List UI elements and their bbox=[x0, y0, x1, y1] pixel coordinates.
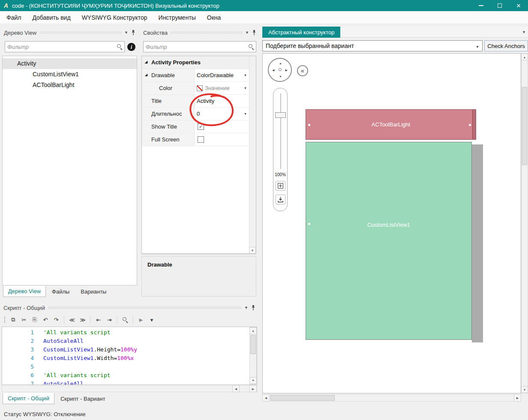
zoom-slider-track[interactable] bbox=[280, 93, 281, 169]
scroll-right-icon[interactable]: ▶ bbox=[514, 394, 521, 402]
code-text[interactable]: 'All variants script bbox=[34, 328, 111, 337]
minimize-button[interactable] bbox=[471, 0, 490, 11]
tab[interactable]: Скрипт - Общий bbox=[3, 393, 54, 404]
dropdown-arrow-icon[interactable]: ▼ bbox=[244, 74, 247, 77]
tree-item[interactable]: ACToolBarLight bbox=[3, 80, 137, 90]
fit-to-screen-button[interactable] bbox=[276, 181, 285, 191]
tab[interactable]: Скрипт - Вариант bbox=[55, 393, 111, 404]
tree-item[interactable]: Activity bbox=[3, 58, 137, 69]
checkbox[interactable] bbox=[198, 136, 204, 143]
code-text[interactable]: AutoScaleAll bbox=[34, 337, 84, 345]
chevron-down-icon[interactable]: ▼ bbox=[245, 31, 249, 35]
preview-actoolbarlight[interactable]: ACToolBarLight bbox=[306, 109, 476, 140]
chevron-down-icon[interactable]: ▼ bbox=[244, 306, 248, 310]
dropdown-arrow-icon[interactable]: ▼ bbox=[244, 87, 247, 90]
code-editor[interactable]: 1'All variants script2AutoScaleAll3Custo… bbox=[2, 327, 257, 385]
expander-icon[interactable]: ◢ bbox=[145, 60, 147, 64]
property-value[interactable]: Activity bbox=[195, 95, 249, 107]
pan-up-icon[interactable]: ▲ bbox=[279, 62, 282, 65]
more-icon[interactable]: ▾ bbox=[147, 315, 156, 324]
tab-overflow-icon[interactable]: ▼ bbox=[522, 30, 526, 34]
scrollbar-thumb[interactable] bbox=[250, 335, 256, 354]
anchor-handle-dot[interactable] bbox=[469, 124, 471, 126]
tab[interactable]: Файлы bbox=[47, 286, 75, 297]
pin-icon[interactable] bbox=[131, 30, 135, 36]
pan-center-icon[interactable] bbox=[279, 68, 282, 71]
anchor-handle-dot[interactable] bbox=[308, 223, 310, 225]
cut-icon[interactable]: ✂ bbox=[19, 315, 29, 324]
uncomment-icon[interactable]: ≪ bbox=[67, 315, 77, 324]
property-group-header[interactable]: ◢ Activity Properties bbox=[142, 56, 249, 69]
code-horizontal-scrollbar[interactable]: ◀ ▶ bbox=[2, 385, 257, 392]
code-text[interactable]: AutoScaleAll bbox=[34, 380, 84, 384]
code-text[interactable] bbox=[34, 363, 43, 371]
scroll-down-icon[interactable]: ▼ bbox=[249, 247, 256, 254]
menu-item[interactable]: Добавить вид bbox=[27, 11, 76, 24]
undo-icon[interactable]: ↶ bbox=[41, 315, 50, 324]
scroll-up-icon[interactable]: ▲ bbox=[521, 54, 528, 60]
scroll-right-icon[interactable]: ▶ bbox=[249, 385, 257, 392]
code-text[interactable]: CustomListView1.Height=100%y bbox=[34, 345, 137, 354]
chevron-down-icon[interactable]: ▼ bbox=[476, 45, 479, 49]
outdent-icon[interactable]: ⇤ bbox=[94, 315, 103, 324]
property-value[interactable]: ColorDrawable▼ bbox=[195, 69, 249, 81]
tab-abstract-designer[interactable]: Абстрактный конструктор bbox=[262, 27, 340, 38]
close-button[interactable]: ✕ bbox=[509, 0, 528, 11]
search-icon[interactable] bbox=[117, 44, 123, 50]
scroll-down-icon[interactable]: ▼ bbox=[249, 377, 257, 384]
menu-item[interactable]: Окна bbox=[201, 11, 227, 24]
scrollbar-thumb[interactable] bbox=[270, 395, 335, 401]
indent-icon[interactable]: ⇥ bbox=[105, 315, 114, 324]
pan-down-icon[interactable]: ▼ bbox=[279, 75, 282, 78]
scroll-left-icon[interactable]: ◀ bbox=[262, 394, 270, 402]
collapse-tools-button[interactable]: « bbox=[297, 65, 308, 76]
redo-icon[interactable]: ↷ bbox=[51, 315, 61, 324]
property-value[interactable] bbox=[195, 133, 249, 146]
search-icon[interactable] bbox=[120, 315, 130, 324]
pin-icon[interactable] bbox=[252, 30, 256, 36]
scroll-up-icon[interactable]: ▲ bbox=[249, 327, 257, 334]
info-icon[interactable] bbox=[127, 43, 135, 51]
property-value[interactable]: Значение▼ bbox=[195, 82, 249, 94]
tree-item[interactable]: CustomListView1 bbox=[3, 69, 137, 80]
variant-combobox[interactable]: Подберите выбранный вариант ▼ bbox=[262, 40, 483, 51]
tree-filter-input[interactable] bbox=[5, 44, 117, 50]
designer-vertical-scrollbar[interactable]: ▲ ▼ bbox=[521, 53, 528, 393]
chevron-down-icon[interactable]: ▼ bbox=[124, 31, 128, 35]
run-icon[interactable]: ▶ bbox=[136, 315, 146, 324]
tab[interactable]: Дерево View bbox=[3, 286, 46, 297]
anchor-handle-dot[interactable] bbox=[308, 124, 310, 126]
designer-canvas[interactable]: ▲ ▼ ◀ ▶ « 100% CustomListView1 ACTo bbox=[262, 53, 521, 393]
properties-filter-input[interactable] bbox=[144, 44, 248, 50]
check-anchors-button[interactable]: Check Anchors bbox=[484, 40, 528, 51]
property-value[interactable]: 0▼ bbox=[195, 108, 249, 120]
maximize-button[interactable] bbox=[490, 0, 509, 11]
property-value[interactable]: ✓ bbox=[195, 120, 249, 133]
copy-icon[interactable]: ⧉ bbox=[9, 315, 18, 324]
scroll-left-icon[interactable]: ◀ bbox=[232, 385, 240, 392]
import-layout-button[interactable] bbox=[276, 195, 285, 204]
dropdown-arrow-icon[interactable]: ▼ bbox=[244, 112, 247, 115]
menu-item[interactable]: Инструменты bbox=[153, 11, 201, 24]
code-text[interactable]: CustomListView1.Width=100%x bbox=[34, 354, 134, 363]
search-icon[interactable] bbox=[248, 44, 254, 50]
pan-right-icon[interactable]: ▶ bbox=[285, 69, 288, 72]
menu-item[interactable]: WYSIWYG Конструктор bbox=[76, 11, 153, 24]
tab[interactable]: Варианты bbox=[75, 286, 111, 297]
pin-icon[interactable] bbox=[251, 305, 255, 311]
scroll-down-icon[interactable]: ▼ bbox=[521, 386, 528, 393]
properties-scrollbar[interactable]: ▼ bbox=[249, 56, 256, 253]
pan-control[interactable]: ▲ ▼ ◀ ▶ bbox=[268, 58, 292, 82]
designer-horizontal-scrollbar[interactable]: ◀ ▶ bbox=[262, 394, 521, 402]
code-vertical-scrollbar[interactable]: ▲ ▼ bbox=[249, 327, 257, 384]
menu-item[interactable]: Файл bbox=[1, 11, 27, 24]
paste-icon[interactable]: ⎘ bbox=[30, 315, 39, 324]
expander-icon[interactable]: ◢ bbox=[145, 73, 147, 77]
comment-icon[interactable]: ≫ bbox=[78, 315, 87, 324]
zoom-slider-thumb[interactable] bbox=[275, 112, 286, 118]
pan-left-icon[interactable]: ◀ bbox=[272, 69, 274, 72]
code-text[interactable]: 'All variants script bbox=[34, 371, 111, 380]
checkbox[interactable]: ✓ bbox=[198, 123, 204, 130]
scrollbar-thumb[interactable] bbox=[522, 87, 527, 165]
preview-customlistview[interactable]: CustomListView1 bbox=[306, 142, 472, 340]
